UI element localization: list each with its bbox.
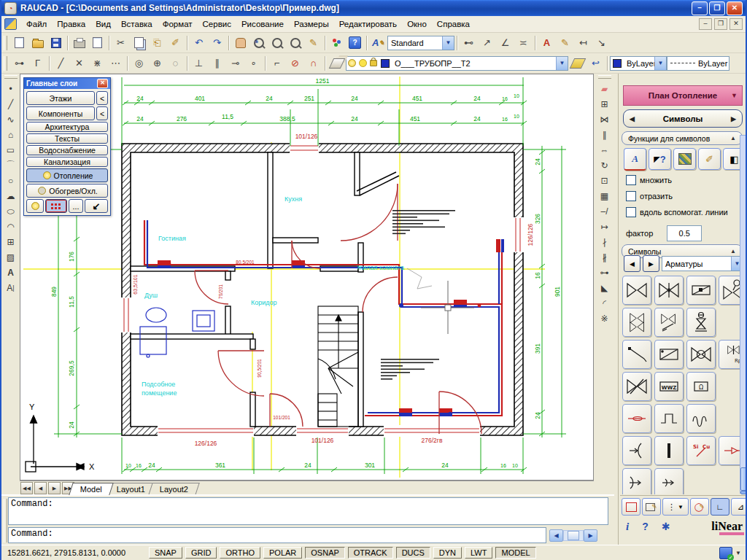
menu-insert[interactable]: Вставка [116,18,158,30]
linetype-combo[interactable]: ByLayer [667,56,729,71]
format-painter-icon[interactable]: ✐ [166,34,185,52]
tab-first-button[interactable]: ◀◀ [20,482,33,494]
symbols-nav[interactable]: ◀ Символы ▶ [623,109,743,128]
palette-close-icon[interactable]: ✕ [97,79,108,88]
toolbar-grip[interactable] [4,75,18,79]
dim-linear-icon[interactable]: ⊷ [460,34,478,52]
cut-icon[interactable]: ✂ [112,34,130,52]
symbol-step-line[interactable] [654,404,684,433]
scroll-left-icon[interactable]: ◀ [549,529,563,542]
line-tool-icon[interactable]: ╱ [3,96,19,112]
palette-heating-button[interactable]: Отопление [26,168,108,182]
polyline-tool-icon[interactable]: ∿ [3,112,19,127]
mirror-checkbox[interactable] [626,191,636,201]
trim-tool-icon[interactable]: –/ [597,203,613,219]
snap-toggle[interactable]: SNAP [149,547,182,559]
move-tool-icon[interactable]: ⇔ [597,142,613,158]
model-toggle[interactable]: MODEL [495,547,535,559]
minimize-button[interactable]: – [692,1,708,15]
menu-edit[interactable]: Правка [52,18,90,30]
snap-tangent-icon[interactable]: ◌ [166,55,185,72]
symbol-red-fitting[interactable] [622,404,651,433]
panel-scrollbar[interactable] [740,135,747,494]
snap-settings-magnet-icon[interactable]: ∩ [304,55,322,72]
command-hscrollbar[interactable]: ◀ ▶ [549,530,597,541]
frame-tool-button[interactable] [622,498,640,516]
snap-parallel-icon[interactable]: ∥ [208,55,226,72]
ellipse-tool-icon[interactable]: ⬭ [3,203,19,219]
command-history[interactable]: Command: [8,497,608,525]
info-icon[interactable]: i [626,521,629,533]
menu-file[interactable]: Файл [21,18,52,30]
copy-tool-icon[interactable]: ⊞ [597,96,613,112]
text-style-combo[interactable]: Standard ▼ [387,36,454,50]
symbol-valve-pencil[interactable] [654,308,684,337]
grid-toggle[interactable]: GRID [185,547,217,559]
extend-tool-icon[interactable]: ↦ [597,219,613,234]
offset-tool-icon[interactable]: ∥ [597,127,613,142]
edit-circle-tool-button[interactable]: ◯✎ [690,498,709,516]
toolbar-grip[interactable] [598,75,611,79]
symbol-si-cu[interactable]: SiCu [686,436,716,465]
polar-toggle[interactable]: POLAR [263,547,302,559]
zoom-realtime-icon[interactable]: ± [249,34,268,52]
palette-texts-button[interactable]: Тексты [26,133,108,144]
hscroll-thumb[interactable] [568,531,579,540]
category-combo[interactable]: Арматуры ▼ [662,256,743,271]
rectangle-tool-icon[interactable]: ▭ [3,142,19,158]
document-icon[interactable] [4,18,17,30]
symbol-ohm-box[interactable]: Ω [686,372,716,401]
snap-extension-icon[interactable]: ⋯ [107,55,125,72]
tab-prev-button[interactable]: ◀ [34,482,47,494]
paste-icon[interactable]: ⎗ [148,34,166,52]
revcloud-tool-icon[interactable]: ☁ [3,188,19,203]
text-style-icon[interactable]: A✎ [369,34,387,52]
print-icon[interactable] [70,34,88,52]
menu-view[interactable]: Вид [90,18,116,30]
help-icon[interactable]: ? [346,34,364,52]
multiply-checkbox[interactable] [626,175,636,185]
mirror-tool-icon[interactable]: ⋈ [597,112,613,127]
hatch-tool-icon[interactable]: ▨ [3,249,19,265]
tab-model[interactable]: Model [69,483,113,495]
point-tool-icon[interactable]: • [3,81,19,96]
symbol-thermostatic-valve[interactable] [686,308,716,337]
redo-icon[interactable]: ↷ [208,34,226,52]
category-prev-button[interactable]: ◀ [624,255,640,272]
snap-apparent-icon[interactable]: ⋇ [88,55,107,72]
dim-text-icon[interactable]: A [538,34,556,52]
scroll-right-icon[interactable]: ▶ [584,529,597,542]
ortho-corner-tool-button[interactable]: ∟ [711,498,729,516]
menu-modify[interactable]: Редактировать [334,18,402,30]
palette-floors-button[interactable]: Этажи [26,91,95,105]
symbol-slide-valve[interactable] [686,276,716,305]
select-symbol-button[interactable]: ◤? [649,148,671,170]
undo-icon[interactable]: ↶ [190,34,208,52]
save-icon[interactable] [47,34,65,52]
symbol-branch-arrow-2[interactable] [654,468,684,494]
snap-from-icon[interactable]: ⊶ [10,55,28,72]
stretch-tool-icon[interactable]: ▦ [597,188,613,203]
break-point-tool-icon[interactable]: ∤ [597,234,613,249]
symbol-coil[interactable] [686,404,716,433]
doc-close-button[interactable]: ✕ [729,18,743,30]
snap-nearest-icon[interactable]: ⌐ [268,55,286,72]
toolbar-grip[interactable] [4,56,7,71]
palette-floors-expand-button[interactable]: < [96,91,108,105]
make-layer-current-icon[interactable] [568,55,587,72]
text-function-button[interactable]: A [624,148,646,171]
zoom-window-icon[interactable] [268,34,286,52]
symbol-bar[interactable] [654,436,684,465]
polygon-tool-icon[interactable]: ⌂ [3,127,19,142]
collapse-icon[interactable]: ▲ [730,135,736,141]
snap-center-icon[interactable]: ◎ [130,55,148,72]
fillet-tool-icon[interactable]: ◜ [597,295,613,311]
menu-format[interactable]: Формат [158,18,198,30]
menu-tools[interactable]: Сервис [198,18,236,30]
symbol-branch-arrow[interactable] [622,468,651,494]
palette-cooling-button[interactable]: Обогрев/Охл. [26,184,108,198]
snap-intersection-icon[interactable]: ✕ [70,55,88,72]
gear-icon[interactable]: ✱ [662,521,670,532]
plan-heating-header[interactable]: План Отопление ▼ [623,85,743,106]
palette-components-button[interactable]: Компоненты [26,106,95,120]
